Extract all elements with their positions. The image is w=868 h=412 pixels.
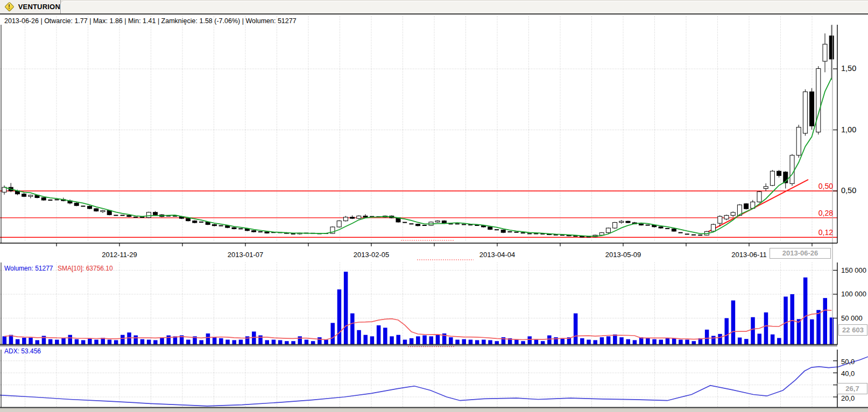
bottom-status-strip bbox=[0, 408, 868, 412]
adx-header: ADX: 53.456 bbox=[4, 347, 41, 355]
support-label-012: 0,12 bbox=[818, 228, 833, 237]
adx-tick-50: 50,0 bbox=[841, 358, 855, 366]
volume-tick-50k: 50 000 bbox=[841, 314, 863, 322]
candles-layer bbox=[2, 25, 834, 237]
adx-tick-20: 20,0 bbox=[841, 394, 855, 402]
x-label-2013-04-04: 2013-04-04 bbox=[479, 251, 516, 259]
support-label-028: 0,28 bbox=[818, 209, 833, 217]
indicator-lines-layer bbox=[0, 78, 868, 406]
adx-line bbox=[0, 357, 868, 406]
price-tick-100: 1,00 bbox=[841, 125, 856, 134]
x-label-2013-05-09: 2013-05-09 bbox=[605, 251, 641, 259]
application-window: ! VENTURION 2013-06-26 | Otwarcie: 1.77 … bbox=[0, 0, 868, 412]
cursor-date-box: 2013-06-26 bbox=[770, 248, 831, 259]
volume-tick-150k: 150 000 bbox=[841, 266, 866, 274]
chart-area[interactable] bbox=[0, 0, 868, 412]
price-sma-line bbox=[4, 78, 831, 236]
x-label-2013-06-11: 2013-06-11 bbox=[731, 251, 767, 259]
volume-header: Wolumen: 51277 SMA[10]: 63756.10 bbox=[4, 263, 113, 273]
volume-sma-label: SMA[10]: 63756.10 bbox=[58, 265, 113, 272]
price-tick-050: 0,50 bbox=[841, 186, 856, 195]
adx-cursor-box: 26,7 bbox=[837, 383, 867, 394]
x-label-2012-11-29: 2012-11-29 bbox=[102, 251, 137, 259]
price-tick-150: 1,50 bbox=[841, 64, 856, 73]
support-label-050: 0,50 bbox=[818, 182, 833, 190]
trend-line bbox=[705, 180, 808, 233]
volume-tick-100k: 100 000 bbox=[841, 290, 866, 298]
volume-value-label: Wolumen: 51277 bbox=[4, 265, 53, 272]
volume-cursor-box: 22 603 bbox=[838, 324, 867, 336]
volume-bars-layer bbox=[3, 272, 834, 344]
x-label-2013-01-07: 2013-01-07 bbox=[228, 251, 264, 259]
x-label-2013-02-05: 2013-02-05 bbox=[354, 251, 390, 259]
support-lines-layer bbox=[0, 180, 837, 347]
gridlines-layer bbox=[0, 16, 837, 407]
adx-tick-40: 40,0 bbox=[841, 370, 855, 378]
